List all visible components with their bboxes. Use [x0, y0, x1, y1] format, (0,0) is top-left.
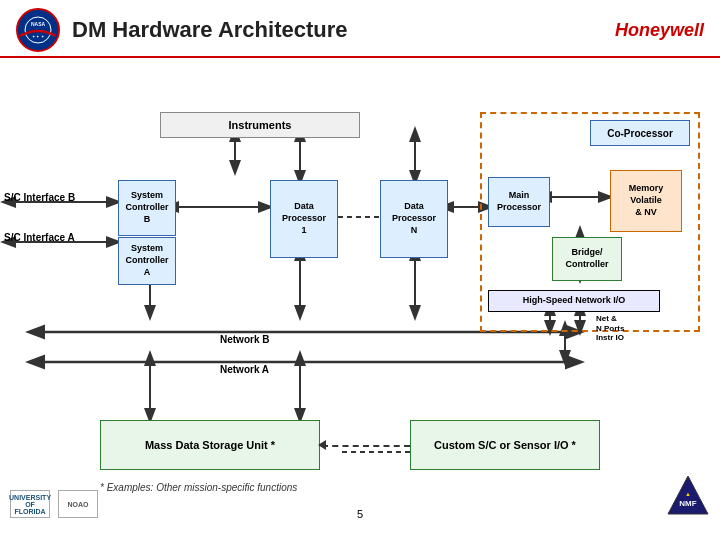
coprocessor-box: Co-Processor — [590, 120, 690, 146]
system-controller-b-box: System Controller B — [118, 180, 176, 236]
instruments-label: Instruments — [229, 119, 292, 131]
honeywell-logo: Honeywell — [615, 20, 704, 41]
mass-data-storage-box: Mass Data Storage Unit * — [100, 420, 320, 470]
memory-box: Memory Volatile & NV — [610, 170, 682, 232]
dotted-connector-line — [322, 445, 410, 447]
main-processor-box: Main Processor — [488, 177, 550, 227]
nmf-logo: NMF ▲ — [666, 474, 710, 518]
footer-note: * Examples: Other mission-specific funct… — [100, 482, 297, 493]
sc-interface-b-label: S/C Interface B — [4, 192, 112, 203]
instruments-box: Instruments — [160, 112, 360, 138]
noao-logo: NOAO — [58, 490, 98, 518]
page-header: NASA ✦ ✦ ✦ DM Hardware Architecture Hone… — [0, 0, 720, 58]
network-b-label: Network B — [220, 334, 269, 345]
network-a-label: Network A — [220, 364, 269, 375]
data-processor-1-box: Data Processor 1 — [270, 180, 338, 258]
architecture-diagram: Instruments Co-Processor Main Processor … — [0, 62, 720, 522]
svg-text:NASA: NASA — [31, 21, 46, 27]
custom-sc-box: Custom S/C or Sensor I/O * — [410, 420, 600, 470]
svg-text:✦ ✦ ✦: ✦ ✦ ✦ — [32, 34, 44, 39]
svg-text:NMF: NMF — [679, 499, 696, 508]
page-number: 5 — [357, 508, 363, 520]
bridge-controller-box: Bridge/ Controller — [552, 237, 622, 281]
dotted-left-arrowhead — [318, 440, 326, 450]
university-florida-logo: UNIVERSITY OF FLORIDA — [10, 490, 50, 518]
page-title: DM Hardware Architecture — [72, 17, 615, 43]
footer-logos: UNIVERSITY OF FLORIDA NOAO — [10, 490, 98, 518]
system-controller-a-box: System Controller A — [118, 237, 176, 285]
svg-text:▲: ▲ — [685, 491, 691, 497]
sc-interface-a-label: S/C Interface A — [4, 232, 112, 243]
net-ports-label: Net & N Ports Instr IO — [596, 314, 624, 343]
nasa-logo: NASA ✦ ✦ ✦ — [16, 8, 60, 52]
data-processor-n-box: Data Processor N — [380, 180, 448, 258]
hspn-box: High-Speed Network I/O — [488, 290, 660, 312]
